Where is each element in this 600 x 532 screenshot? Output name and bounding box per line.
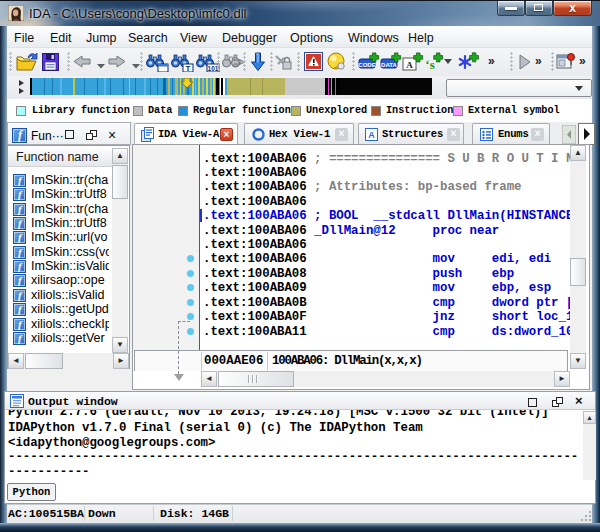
svg-text:A: A: [368, 130, 375, 140]
svg-text:‘s: ‘s: [425, 57, 434, 72]
svg-text:A: A: [406, 60, 413, 70]
svg-text:T: T: [186, 64, 191, 72]
svg-text:DATA: DATA: [381, 62, 397, 68]
svg-text:CODE: CODE: [358, 62, 375, 68]
